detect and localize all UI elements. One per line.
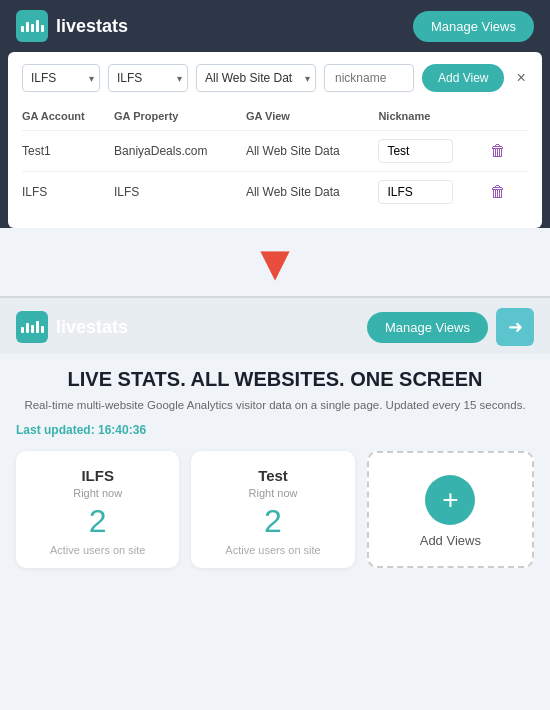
views-table: GA Account GA Property GA View Nickname …: [22, 106, 528, 212]
col-header-account: GA Account: [22, 106, 114, 131]
stat-card-0: ILFS Right now 2 Active users on site: [16, 451, 179, 568]
account-select[interactable]: ILFS Test1: [22, 64, 100, 92]
cell-account-1: ILFS: [22, 172, 114, 213]
cell-view-1: All Web Site Data: [246, 172, 378, 213]
add-circle: +: [425, 475, 475, 525]
cards-row: ILFS Right now 2 Active users on site Te…: [0, 443, 550, 568]
app-name: livestats: [56, 16, 128, 37]
plus-icon: +: [442, 486, 458, 514]
cell-nickname-0: [378, 131, 486, 172]
exit-button[interactable]: ➜: [496, 308, 534, 346]
cell-view-0: All Web Site Data: [246, 131, 378, 172]
delete-button-0[interactable]: 🗑: [486, 142, 510, 160]
card-1-label: Active users on site: [205, 544, 340, 556]
cell-account-0: Test1: [22, 131, 114, 172]
form-row: ILFS Test1 ILFS BaniyaDeals.com All Web …: [22, 64, 528, 92]
top-header: livestats Manage Views: [0, 0, 550, 52]
manage-views-button-bottom[interactable]: Manage Views: [367, 312, 488, 343]
col-header-action: [486, 106, 528, 131]
add-views-label: Add Views: [420, 533, 481, 548]
property-select-wrapper: ILFS BaniyaDeals.com: [108, 64, 188, 92]
col-header-view: GA View: [246, 106, 378, 131]
cell-property-1: ILFS: [114, 172, 246, 213]
table-row: Test1 BaniyaDeals.com All Web Site Data …: [22, 131, 528, 172]
nickname-input[interactable]: [324, 64, 414, 92]
table-row: ILFS ILFS All Web Site Data 🗑: [22, 172, 528, 213]
card-0-right-now: Right now: [30, 487, 165, 499]
exit-icon: ➜: [508, 316, 523, 338]
card-0-count: 2: [30, 503, 165, 540]
logo-area: livestats: [16, 10, 128, 42]
hero-subtitle: Real-time multi-website Google Analytics…: [20, 397, 530, 413]
table-header-row: GA Account GA Property GA View Nickname: [22, 106, 528, 131]
col-header-nickname: Nickname: [378, 106, 486, 131]
add-views-card[interactable]: + Add Views: [367, 451, 534, 568]
card-0-label: Active users on site: [30, 544, 165, 556]
view-select-wrapper: All Web Site Data: [196, 64, 316, 92]
top-section: livestats Manage Views ILFS Test1 ILFS B…: [0, 0, 550, 228]
last-updated-bar: Last updated: 16:40:36: [0, 417, 550, 443]
last-updated-time: 16:40:36: [98, 423, 146, 437]
last-updated-label: Last updated:: [16, 423, 95, 437]
cell-property-0: BaniyaDeals.com: [114, 131, 246, 172]
stat-card-1: Test Right now 2 Active users on site: [191, 451, 354, 568]
card-1-count: 2: [205, 503, 340, 540]
account-select-wrapper: ILFS Test1: [22, 64, 100, 92]
nickname-field-0[interactable]: [378, 139, 453, 163]
cell-delete-0: 🗑: [486, 131, 528, 172]
logo-bars: [21, 20, 44, 32]
dropdown-panel: ILFS Test1 ILFS BaniyaDeals.com All Web …: [8, 52, 542, 228]
bottom-logo-bars: [21, 321, 44, 333]
arrow-section: ▼: [0, 228, 550, 296]
hero-section: LIVE STATS. ALL WEBSITES. ONE SCREEN Rea…: [0, 354, 550, 417]
bottom-header: livestats Manage Views ➜: [0, 298, 550, 354]
close-button[interactable]: ×: [516, 70, 525, 86]
down-arrow-icon: ▼: [250, 238, 300, 288]
delete-button-1[interactable]: 🗑: [486, 183, 510, 201]
property-select[interactable]: ILFS BaniyaDeals.com: [108, 64, 188, 92]
nickname-field-1[interactable]: [378, 180, 453, 204]
cell-delete-1: 🗑: [486, 172, 528, 213]
bottom-header-actions: Manage Views ➜: [367, 308, 534, 346]
bottom-section: livestats Manage Views ➜ LIVE STATS. ALL…: [0, 298, 550, 568]
view-select[interactable]: All Web Site Data: [196, 64, 316, 92]
logo-icon: [16, 10, 48, 42]
card-1-site-name: Test: [205, 467, 340, 484]
col-header-property: GA Property: [114, 106, 246, 131]
card-1-right-now: Right now: [205, 487, 340, 499]
manage-views-button-top[interactable]: Manage Views: [413, 11, 534, 42]
card-0-site-name: ILFS: [30, 467, 165, 484]
hero-title: LIVE STATS. ALL WEBSITES. ONE SCREEN: [20, 368, 530, 391]
bottom-app-name: livestats: [56, 317, 128, 338]
add-view-button[interactable]: Add View: [422, 64, 504, 92]
cell-nickname-1: [378, 172, 486, 213]
bottom-logo-area: livestats: [16, 311, 128, 343]
bottom-logo-icon: [16, 311, 48, 343]
